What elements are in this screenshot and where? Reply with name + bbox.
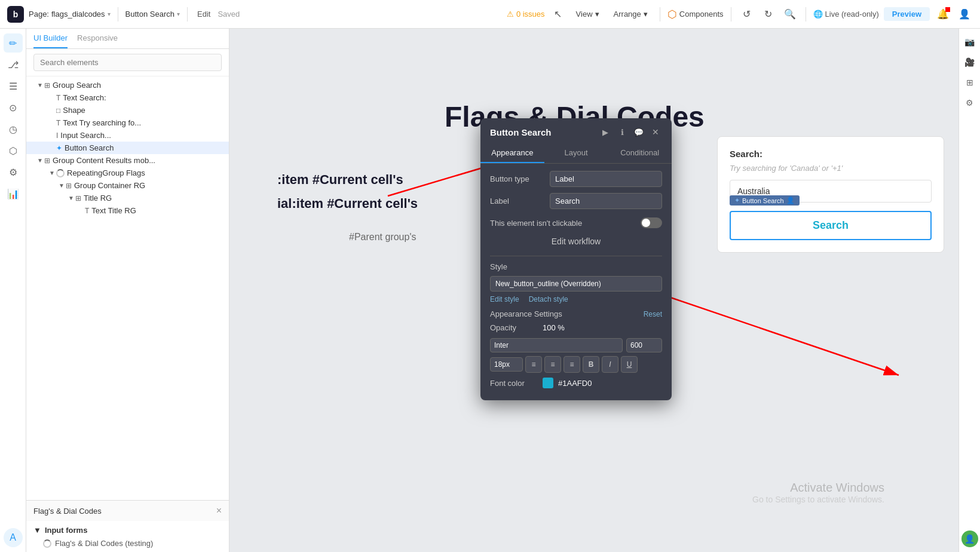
- tree-item-input-search[interactable]: I Input Search...: [26, 129, 229, 142]
- font-family-select[interactable]: Inter: [490, 338, 623, 352]
- redo-icon[interactable]: ↻: [760, 6, 777, 23]
- globe-icon: 🌐: [813, 10, 823, 19]
- align-right-btn[interactable]: ≡: [564, 356, 580, 373]
- font-color-swatch[interactable]: [543, 378, 553, 388]
- button-type-select[interactable]: Label: [550, 171, 662, 187]
- right-tool-camera[interactable]: 📷: [961, 33, 978, 50]
- user-avatar[interactable]: 👤: [956, 6, 973, 23]
- breadcrumb[interactable]: Button Search ▾: [125, 10, 180, 19]
- modal-tab-conditional[interactable]: Conditional: [608, 143, 672, 163]
- group-icon: ⊞: [44, 157, 50, 165]
- input-icon: I: [56, 131, 58, 140]
- detach-style-link[interactable]: Detach style: [529, 295, 568, 303]
- tab-responsive[interactable]: Responsive: [77, 33, 118, 48]
- right-tool-user[interactable]: 👤: [961, 530, 978, 547]
- style-select[interactable]: New_button_outline (Overridden): [490, 276, 662, 292]
- right-tool-settings[interactable]: ⚙: [961, 94, 978, 111]
- right-tool-grid[interactable]: ⊞: [961, 74, 978, 91]
- tree-label: Input Search...: [60, 131, 111, 140]
- button-icon: ✦: [56, 144, 62, 152]
- undo-icon[interactable]: ↺: [739, 6, 755, 23]
- sidebar-chart-icon[interactable]: 📊: [4, 184, 23, 203]
- page-selector[interactable]: Page: flags_dialcodes ▾: [29, 10, 111, 19]
- saved-label: Saved: [218, 10, 240, 19]
- tree-item-text-title-rg[interactable]: T Text Title RG: [26, 204, 229, 217]
- sidebar-data-icon[interactable]: ⊙: [4, 98, 23, 117]
- modal-close-icon[interactable]: ✕: [649, 125, 662, 139]
- tree-arrow: ▼: [67, 195, 75, 201]
- breadcrumb-text: Button Search: [125, 10, 174, 19]
- tree-item-text-try[interactable]: T Text Try searching fo...: [26, 116, 229, 129]
- search-icon[interactable]: 🔍: [782, 6, 798, 23]
- label-input[interactable]: [550, 193, 662, 209]
- issues-indicator[interactable]: ⚠ 0 issues: [507, 10, 545, 19]
- live-indicator[interactable]: 🌐 Live (read-only): [813, 10, 879, 19]
- sidebar-ui-builder-icon[interactable]: ✏: [4, 33, 23, 53]
- cursor-tool[interactable]: ↖: [550, 6, 566, 23]
- sidebar-list-icon[interactable]: ☰: [4, 76, 23, 96]
- components-button[interactable]: ⬡ Components: [667, 8, 724, 21]
- align-left-btn[interactable]: ≡: [525, 356, 542, 373]
- main-layout: ✏ ⎇ ☰ ⊙ ◷ ⬡ ⚙ 📊 A UI Builder Responsive …: [0, 29, 980, 552]
- input-forms-child[interactable]: Flag's & Dial Codes (testing): [26, 537, 229, 550]
- modal-header: Button Search ▶ ℹ 💬 ✕: [480, 118, 672, 139]
- tree-item-repeating-group[interactable]: ▼ RepeatingGroup Flags: [26, 167, 229, 179]
- size-align-row: ≡ ≡ ≡ B I U: [490, 356, 662, 373]
- input-forms-section: ▼ Input forms Flag's & Dial Codes (testi…: [26, 521, 229, 552]
- modal-tab-appearance[interactable]: Appearance: [480, 143, 544, 163]
- tree-item-shape[interactable]: □ Shape: [26, 104, 229, 116]
- bold-btn[interactable]: B: [583, 356, 599, 373]
- search-button[interactable]: Search: [730, 211, 932, 240]
- sidebar-clock-icon[interactable]: ◷: [4, 119, 23, 139]
- sidebar-node-icon[interactable]: ⎇: [4, 55, 23, 74]
- input-forms-header[interactable]: ▼ Input forms: [26, 523, 229, 537]
- align-center-btn[interactable]: ≡: [544, 356, 561, 373]
- font-weight-select[interactable]: 600: [626, 338, 662, 352]
- font-color-value: #1AAFD0: [558, 379, 592, 388]
- edit-style-link[interactable]: Edit style: [490, 295, 519, 303]
- bottom-panel-close[interactable]: ×: [216, 505, 222, 516]
- tab-ui-builder[interactable]: UI Builder: [33, 33, 68, 48]
- underline-btn[interactable]: U: [621, 356, 638, 373]
- modal-play-icon[interactable]: ▶: [599, 125, 612, 139]
- notifications-icon[interactable]: 🔔: [935, 6, 951, 23]
- opacity-row: Opacity 100 %: [490, 323, 662, 332]
- separator-2: [187, 7, 188, 22]
- right-tool-video[interactable]: 🎥: [961, 54, 978, 70]
- tree-arrow: ▼: [36, 82, 44, 88]
- left-panel: UI Builder Responsive ▼ ⊞ Group Search T…: [26, 29, 229, 552]
- sidebar-user-icon[interactable]: A: [4, 528, 23, 547]
- tree-item-text-search[interactable]: T Text Search:: [26, 91, 229, 104]
- view-button[interactable]: View▾: [571, 7, 604, 21]
- icon-sidebar: ✏ ⎇ ☰ ⊙ ◷ ⬡ ⚙ 📊 A: [0, 29, 26, 552]
- preview-button[interactable]: Preview: [884, 7, 930, 21]
- rg-text-2: ial:item #Current cell's: [277, 196, 418, 211]
- modal-comment-icon[interactable]: 💬: [632, 125, 645, 139]
- font-size-input[interactable]: [490, 357, 523, 372]
- tree-item-group-container[interactable]: ▼ ⊞ Group Container RG: [26, 179, 229, 192]
- sidebar-globe-icon[interactable]: ⬡: [4, 141, 23, 160]
- tree-item-group-search[interactable]: ▼ ⊞ Group Search: [26, 79, 229, 91]
- not-clickable-label: This element isn't clickable: [490, 219, 582, 228]
- sidebar-settings-icon[interactable]: ⚙: [4, 162, 23, 182]
- tree-item-group-content[interactable]: ▼ ⊞ Group Content Results mob...: [26, 154, 229, 167]
- italic-btn[interactable]: I: [602, 356, 618, 373]
- style-section-title: Style: [490, 262, 662, 271]
- appearance-settings-label: Appearance Settings: [490, 309, 562, 318]
- input-forms-label: Input forms: [45, 526, 88, 535]
- arrange-button[interactable]: Arrange▾: [609, 7, 653, 21]
- not-clickable-row: This element isn't clickable: [490, 215, 662, 231]
- modal-info-icon[interactable]: ℹ: [615, 125, 629, 139]
- tree-item-button-search[interactable]: ✦ Button Search: [26, 142, 229, 154]
- app-logo[interactable]: b: [7, 6, 24, 23]
- issues-count: 0 issues: [516, 10, 545, 19]
- tree-item-title-rg[interactable]: ▼ ⊞ Title RG: [26, 192, 229, 204]
- edit-workflow-link[interactable]: Edit workflow: [490, 234, 662, 252]
- not-clickable-toggle[interactable]: [641, 217, 662, 228]
- reset-link[interactable]: Reset: [644, 310, 662, 318]
- style-select-row: New_button_outline (Overridden): [490, 276, 662, 292]
- main-canvas[interactable]: Flags & Dial Codes :item #Current cell's…: [229, 29, 980, 552]
- separator-1: [118, 7, 118, 22]
- search-elements-input[interactable]: [33, 54, 222, 71]
- modal-tab-layout[interactable]: Layout: [544, 143, 608, 163]
